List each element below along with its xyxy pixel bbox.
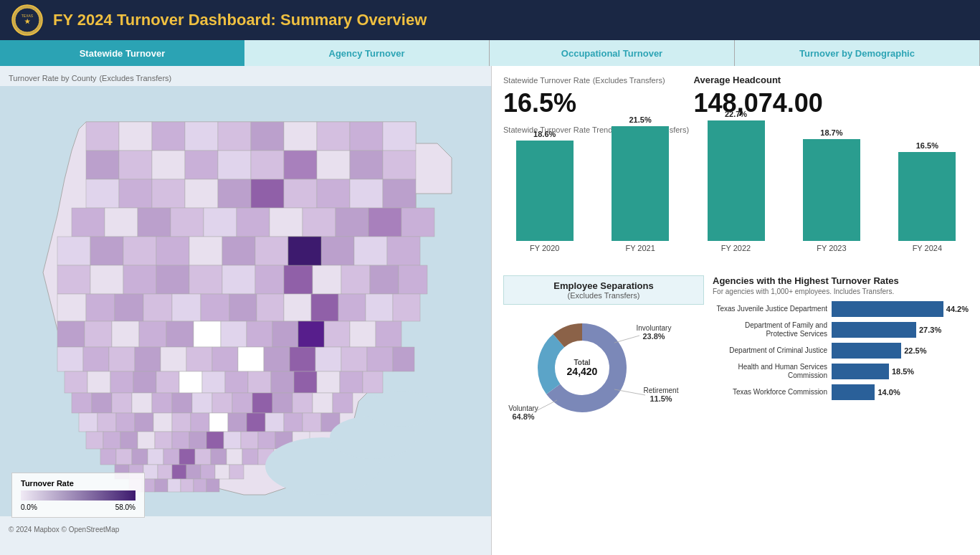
agency-name: Texas Juvenile Justice Department [713, 305, 827, 313]
svg-rect-136 [313, 393, 333, 413]
svg-rect-143 [172, 413, 191, 432]
svg-line-204 [614, 336, 639, 343]
svg-rect-109 [393, 347, 414, 371]
svg-rect-155 [138, 432, 155, 449]
svg-rect-88 [194, 321, 221, 347]
svg-rect-78 [284, 294, 311, 321]
svg-rect-76 [229, 294, 257, 321]
svg-rect-51 [189, 237, 222, 265]
agency-row: Health and Human Services Commission18.5… [713, 363, 969, 380]
svg-rect-52 [222, 237, 255, 265]
svg-rect-70 [57, 294, 86, 321]
svg-rect-96 [57, 347, 83, 371]
svg-rect-161 [241, 432, 258, 449]
svg-rect-29 [185, 179, 218, 208]
svg-rect-125 [92, 393, 112, 413]
svg-rect-110 [65, 371, 87, 393]
svg-rect-35 [383, 179, 416, 208]
svg-rect-63 [222, 265, 255, 294]
svg-rect-56 [354, 237, 387, 265]
svg-rect-40 [204, 208, 237, 237]
svg-rect-114 [156, 371, 179, 393]
svg-rect-94 [350, 321, 376, 347]
svg-text:TEXAS: TEXAS [22, 14, 34, 18]
svg-text:64.8%: 64.8% [512, 412, 534, 421]
svg-rect-190 [194, 479, 206, 492]
svg-rect-53 [255, 237, 288, 265]
svg-rect-170 [179, 449, 195, 465]
tab-statewide-turnover[interactable]: Statewide Turnover [0, 40, 244, 66]
bar-label-top: 18.6% [533, 130, 556, 138]
separations-title: Employee Separations (Excludes Transfers… [503, 275, 704, 305]
map-area: Turnover Rate 0.0% 58.0% © 2024 Mapbox ©… [0, 86, 491, 539]
svg-rect-42 [270, 208, 303, 237]
svg-rect-104 [264, 347, 290, 371]
svg-rect-50 [156, 237, 189, 265]
tab-occupational-turnover[interactable]: Occupational Turnover [490, 40, 735, 66]
svg-rect-112 [110, 371, 133, 393]
agency-bar [832, 364, 889, 379]
svg-rect-172 [211, 449, 227, 465]
svg-rect-135 [292, 393, 313, 413]
svg-rect-39 [171, 208, 204, 237]
svg-text:Involuntary: Involuntary [637, 324, 672, 332]
bar-group: 22.7%FY 2022 [695, 110, 777, 252]
svg-rect-85 [112, 321, 139, 347]
svg-rect-107 [341, 347, 367, 371]
svg-rect-183 [215, 465, 229, 479]
svg-rect-26 [86, 179, 119, 208]
svg-rect-48 [90, 237, 123, 265]
agency-bar-wrap: 22.5% [832, 343, 969, 359]
svg-rect-79 [311, 294, 338, 321]
trend-section: Statewide Turnover Rate Trends (Excludes… [503, 124, 969, 270]
legend-gradient [21, 490, 135, 501]
svg-rect-60 [123, 265, 156, 294]
svg-rect-73 [143, 294, 172, 321]
agency-row: Department of Family and Protective Serv… [713, 321, 969, 338]
svg-rect-166 [116, 449, 132, 465]
svg-rect-49 [123, 237, 156, 265]
turnover-rate-block: Statewide Turnover Rate (Excludes Transf… [503, 75, 665, 118]
svg-rect-80 [338, 294, 366, 321]
tab-agency-turnover[interactable]: Agency Turnover [244, 40, 490, 66]
map-credit: © 2024 Mapbox © OpenStreetMap [9, 526, 119, 533]
svg-rect-131 [212, 393, 232, 413]
agency-row: Texas Workforce Commission14.0% [713, 384, 969, 400]
svg-rect-188 [168, 479, 181, 492]
turnover-rate-value: 16.5% [503, 88, 665, 118]
svg-rect-122 [340, 371, 363, 393]
svg-rect-8 [152, 122, 185, 151]
agency-row: Texas Juvenile Justice Department44.2% [713, 301, 969, 317]
svg-rect-154 [120, 432, 138, 449]
svg-rect-165 [100, 449, 116, 465]
map-legend: Turnover Rate 0.0% 58.0% [11, 473, 145, 518]
bar-label-top: 18.7% [820, 128, 842, 137]
svg-rect-11 [251, 122, 284, 151]
svg-rect-180 [172, 465, 186, 479]
svg-rect-134 [272, 393, 292, 413]
legend-labels: 0.0% 58.0% [21, 503, 135, 511]
svg-rect-150 [303, 413, 321, 432]
svg-rect-132 [232, 393, 252, 413]
svg-rect-100 [161, 347, 186, 371]
svg-rect-178 [143, 465, 158, 479]
agency-name: Department of Family and Protective Serv… [713, 321, 827, 338]
bar-label-bottom: FY 2021 [625, 244, 655, 252]
svg-rect-38 [138, 208, 171, 237]
svg-rect-162 [258, 432, 275, 449]
svg-rect-6 [86, 122, 119, 151]
page-title: FY 2024 Turnover Dashboard: Summary Over… [53, 11, 427, 29]
svg-rect-10 [218, 122, 251, 151]
bar-label-top: 16.5% [916, 141, 938, 150]
bar [516, 141, 574, 241]
svg-rect-71 [86, 294, 115, 321]
bar-group: 21.5%FY 2021 [599, 115, 681, 252]
svg-rect-47 [57, 237, 90, 265]
bar-label-bottom: FY 2023 [817, 244, 846, 252]
svg-rect-93 [324, 321, 350, 347]
svg-rect-117 [225, 371, 248, 393]
agency-row: Department of Criminal Justice22.5% [713, 343, 969, 359]
tab-demographic-turnover[interactable]: Turnover by Demographic [735, 40, 980, 66]
svg-rect-137 [333, 393, 353, 413]
svg-rect-90 [247, 321, 272, 347]
